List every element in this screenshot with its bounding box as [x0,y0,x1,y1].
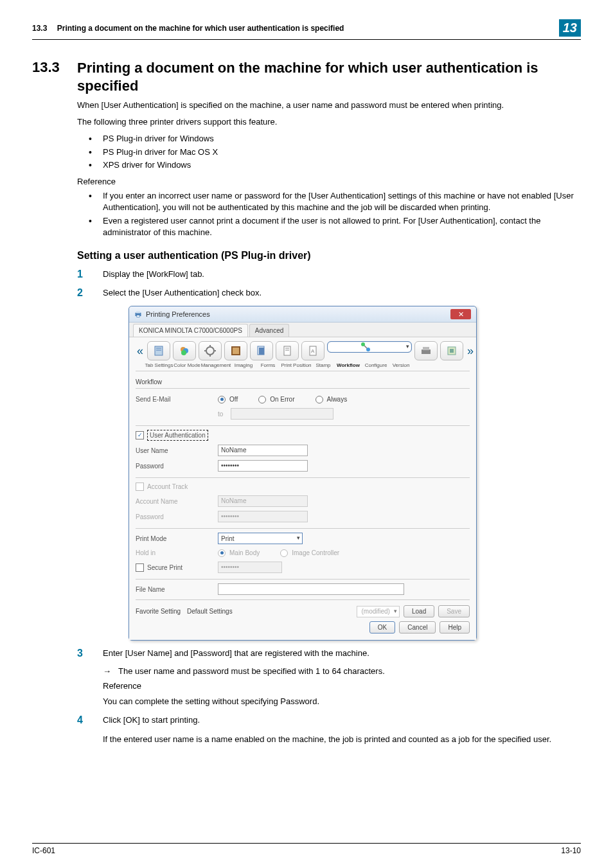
tab-advanced[interactable]: Advanced [249,324,289,337]
reference-label: Reference [77,176,578,188]
ok-button[interactable]: OK [369,621,395,633]
user-authentication-checkbox[interactable]: User Authentication [136,430,208,441]
header-section-title: Printing a document on the machine for w… [57,24,344,33]
svg-point-8 [181,350,186,355]
account-password-label: Password [136,512,213,522]
printing-preferences-dialog: Printing Preferences ✕ KONICA MINOLTA C7… [129,306,477,641]
step-1: 1 Display the [WorkFlow] tab. [77,268,578,281]
toolbar-label: Print Position [280,362,312,369]
favorite-modified-dropdown[interactable]: (modified) [357,606,399,617]
close-button[interactable]: ✕ [450,309,471,319]
holdin-label: Hold in [136,548,213,558]
svg-text:A: A [311,348,315,354]
step-2: 2 Select the [User Authentication] check… [77,287,578,641]
account-name-label: Account Name [136,497,213,506]
help-button[interactable]: Help [440,621,470,633]
password-label: Password [136,461,213,471]
file-name-input[interactable] [218,583,404,595]
workflow-section-label: Workflow [136,375,470,389]
toolbar-label: Configure [362,362,389,369]
holdin-imgctrl-radio: Image Controller [280,548,339,558]
step-3: 3 Enter [User Name] and [Password] that … [77,647,578,707]
svg-rect-22 [423,347,429,350]
send-email-off-radio[interactable]: Off [218,394,238,404]
print-mode-select[interactable]: Print [218,533,303,544]
file-name-label: File Name [136,585,213,594]
toolbar-label: Management [200,362,231,369]
user-name-input[interactable]: NoName [218,445,308,456]
secure-print-checkbox[interactable]: Secure Print [136,563,213,572]
step-text: Select the [User Authentication] check b… [103,288,262,297]
send-email-onerror-radio[interactable]: On Error [258,394,294,404]
send-email-label: Send E-Mail [136,394,213,404]
svg-rect-1 [136,312,140,314]
tab-printer-model[interactable]: KONICA MINOLTA C7000/C6000PS [133,324,248,337]
imaging-icon[interactable] [224,341,247,360]
chevron-right-icon[interactable]: » [466,342,475,360]
toolbar-label: Stamp [312,362,334,369]
svg-point-9 [206,347,214,355]
toolbar-label: Forms [256,362,280,369]
list-item: PS Plug-in driver for Mac OS X [77,146,578,158]
list-item: Even a registered user cannot print a do… [77,215,578,238]
footer-left: IC-601 [32,846,55,855]
footer-right: 13-10 [561,846,581,855]
step-3-reference-label: Reference [103,680,578,693]
holdin-mainbody-radio: Main Body [218,548,260,558]
workflow-icon[interactable] [327,341,412,353]
svg-rect-13 [259,348,264,355]
section-title: Printing a document on the machine for w… [77,59,581,94]
step-4-note: If the entered user name is a name enabl… [103,733,578,746]
step-text: Display the [WorkFlow] tab. [103,269,204,279]
chevron-left-icon[interactable]: « [136,342,145,360]
tab-settings-icon[interactable] [147,341,170,360]
step-text: Click [OK] to start printing. [103,715,200,725]
send-email-to-input [231,408,333,420]
toolbar-label: Tab Settings [145,362,173,369]
list-item: XPS driver for Windows [77,159,578,171]
step-4: 4 Click [OK] to start printing. If the e… [77,714,578,745]
toolbar-label: Imaging [231,362,256,369]
svg-rect-21 [422,350,431,354]
toolbar-label: Version [389,362,413,369]
dialog-title: Printing Preferences [146,309,210,320]
load-button[interactable]: Load [404,605,434,617]
configure-icon[interactable] [414,341,438,360]
forms-icon[interactable] [250,341,273,360]
list-item: If you enter an incorrect user name or p… [77,190,578,213]
color-mode-icon[interactable] [173,341,196,360]
print-position-icon[interactable] [276,341,299,360]
send-email-always-radio[interactable]: Always [315,394,348,404]
chapter-badge: 13 [559,19,581,37]
save-button[interactable]: Save [438,605,470,617]
secure-print-input: •••••••• [218,562,282,573]
management-icon[interactable] [199,341,222,360]
password-input[interactable]: •••••••• [218,460,308,472]
toolbar-label-active: Workflow [334,362,362,369]
printing-preferences-screenshot: Printing Preferences ✕ KONICA MINOLTA C7… [129,306,578,641]
svg-rect-3 [155,346,163,355]
user-name-label: User Name [136,446,213,456]
cancel-button[interactable]: Cancel [399,621,436,633]
svg-rect-24 [450,349,454,353]
print-mode-label: Print Mode [136,534,213,544]
svg-rect-2 [137,315,140,317]
intro-paragraph-2: The following three printer drivers supp… [77,116,578,128]
header-section-number: 13.3 [32,24,47,33]
send-email-to-label: to [218,409,223,419]
driver-list: PS Plug-in driver for Windows PS Plug-in… [77,133,578,171]
step-3-reference-text: You can complete the setting without spe… [103,695,578,708]
favorite-setting-value: Default Settings [187,607,233,616]
printer-icon [134,310,142,318]
section-number: 13.3 [32,59,77,76]
step-text: Enter [User Name] and [Password] that ar… [103,648,369,658]
account-track-checkbox[interactable]: Account Track [136,482,188,492]
toolbar-label: Color Mode [173,362,200,369]
list-item: PS Plug-in driver for Windows [77,133,578,145]
step-3-note: The user name and password must be speci… [103,665,578,678]
reference-list: If you enter an incorrect user name or p… [77,190,578,238]
account-password-input: •••••••• [218,511,308,522]
stamp-icon[interactable]: A [301,341,324,360]
favorite-setting-label: Favorite Setting [136,607,181,616]
version-icon[interactable] [440,341,463,360]
